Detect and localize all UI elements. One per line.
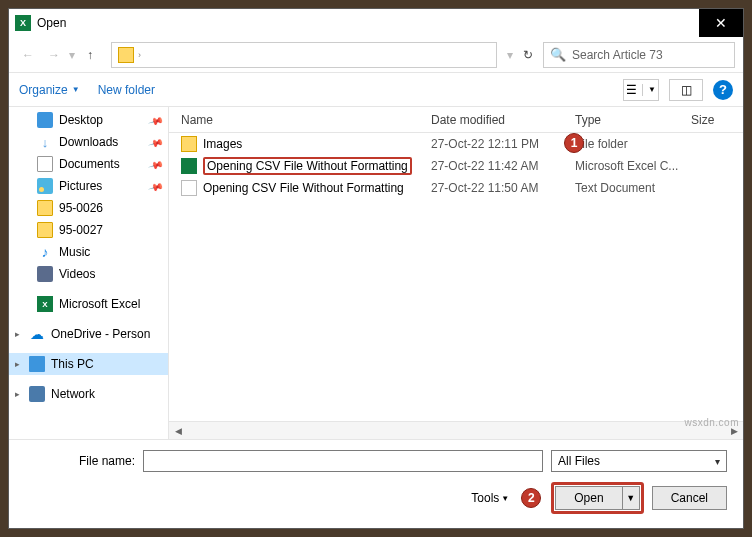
annotation-badge-2: 2 [521, 488, 541, 508]
sidebar-item-pictures[interactable]: Pictures📌 [9, 175, 168, 197]
toolbar: Organize ▼ New folder ☰ ▼ ◫ ? [9, 73, 743, 107]
header-date[interactable]: Date modified [431, 113, 575, 127]
watermark: wsxdn.com [684, 417, 739, 428]
sidebar-item-downloads[interactable]: Downloads📌 [9, 131, 168, 153]
open-dialog: X Open ✕ ← → ▾ ↑ › ▾ ↻ 🔍 Search Article … [8, 8, 744, 529]
cancel-button[interactable]: Cancel [652, 486, 727, 510]
header-name[interactable]: Name [181, 113, 431, 127]
file-row[interactable]: Opening CSV File Without Formatting 27-O… [169, 177, 743, 199]
sidebar-item-this-pc[interactable]: ▸This PC [9, 353, 168, 375]
new-folder-button[interactable]: New folder [98, 83, 155, 97]
organize-button[interactable]: Organize ▼ [19, 83, 80, 97]
header-type[interactable]: Type [575, 113, 691, 127]
title-bar: X Open ✕ [9, 9, 743, 37]
excel-icon [37, 296, 53, 312]
history-dropdown-icon[interactable]: ▾ [69, 48, 75, 62]
pictures-icon [37, 178, 53, 194]
chevron-right-icon: ▸ [15, 389, 20, 399]
filename-label: File name: [25, 454, 135, 468]
documents-icon [37, 156, 53, 172]
dialog-body: Desktop📌 Downloads📌 Documents📌 Pictures📌… [9, 107, 743, 439]
close-button[interactable]: ✕ [699, 9, 743, 37]
annotation-highlight: Open ▼ [551, 482, 643, 514]
folder-icon [118, 47, 134, 63]
nav-bar: ← → ▾ ↑ › ▾ ↻ 🔍 Search Article 73 [9, 37, 743, 73]
folder-icon [37, 200, 53, 216]
address-dropdown-icon[interactable]: ▾ [507, 48, 513, 62]
folder-icon [181, 136, 197, 152]
sidebar-item-documents[interactable]: Documents📌 [9, 153, 168, 175]
dialog-footer: File name: All Files Tools▼ 2 Open ▼ Can… [9, 439, 743, 528]
onedrive-icon [29, 326, 45, 342]
pc-icon [29, 356, 45, 372]
network-icon [29, 386, 45, 402]
sidebar-item-onedrive[interactable]: ▸OneDrive - Person [9, 323, 168, 345]
breadcrumb-chevron-icon: › [138, 50, 141, 60]
search-placeholder: Search Article 73 [572, 48, 663, 62]
folder-icon [37, 222, 53, 238]
header-size[interactable]: Size [691, 113, 741, 127]
chevron-right-icon: ▸ [15, 329, 20, 339]
file-row[interactable]: Opening CSV File Without Formatting 27-O… [169, 155, 743, 177]
address-bar[interactable]: › [111, 42, 497, 68]
excel-icon: X [15, 15, 31, 31]
open-button[interactable]: Open ▼ [555, 486, 639, 510]
file-filter-dropdown[interactable]: All Files [551, 450, 727, 472]
annotation-badge-1: 1 [564, 133, 584, 153]
search-input[interactable]: 🔍 Search Article 73 [543, 42, 735, 68]
column-headers: Name Date modified Type Size [169, 107, 743, 133]
sidebar-item-music[interactable]: Music [9, 241, 168, 263]
sidebar-item-folder-2[interactable]: 95-0027 [9, 219, 168, 241]
desktop-icon [37, 112, 53, 128]
search-icon: 🔍 [550, 47, 566, 62]
preview-pane-button[interactable]: ◫ [669, 79, 703, 101]
sidebar-item-excel[interactable]: Microsoft Excel [9, 293, 168, 315]
dialog-title: Open [37, 16, 699, 30]
sidebar-item-desktop[interactable]: Desktop📌 [9, 109, 168, 131]
horizontal-scrollbar[interactable]: ◀ ▶ [169, 421, 743, 439]
pin-icon: 📌 [148, 178, 164, 194]
chevron-down-icon[interactable]: ▼ [623, 487, 639, 509]
file-list: Name Date modified Type Size 1 Images 27… [169, 107, 743, 439]
pin-icon: 📌 [148, 134, 164, 150]
sidebar-item-network[interactable]: ▸Network [9, 383, 168, 405]
chevron-right-icon: ▸ [15, 359, 20, 369]
pin-icon: 📌 [148, 112, 164, 128]
videos-icon [37, 266, 53, 282]
sidebar-item-videos[interactable]: Videos [9, 263, 168, 285]
chevron-down-icon: ▼ [501, 494, 509, 503]
up-button[interactable]: ↑ [79, 44, 101, 66]
back-button[interactable]: ← [17, 44, 39, 66]
chevron-down-icon: ▼ [648, 85, 656, 94]
downloads-icon [37, 134, 53, 150]
excel-file-icon [181, 158, 197, 174]
nav-sidebar: Desktop📌 Downloads📌 Documents📌 Pictures📌… [9, 107, 169, 439]
music-icon [37, 244, 53, 260]
list-view-icon: ☰ [626, 83, 637, 97]
view-options-button[interactable]: ☰ ▼ [623, 79, 659, 101]
sidebar-item-folder-1[interactable]: 95-0026 [9, 197, 168, 219]
file-row[interactable]: Images 27-Oct-22 12:11 PM File folder [169, 133, 743, 155]
forward-button[interactable]: → [43, 44, 65, 66]
filename-input[interactable] [143, 450, 543, 472]
pin-icon: 📌 [148, 156, 164, 172]
scroll-left-icon[interactable]: ◀ [169, 423, 187, 439]
help-button[interactable]: ? [713, 80, 733, 100]
tools-button[interactable]: Tools▼ [471, 491, 509, 505]
refresh-button[interactable]: ↻ [517, 44, 539, 66]
text-file-icon [181, 180, 197, 196]
chevron-down-icon: ▼ [72, 85, 80, 94]
preview-icon: ◫ [681, 83, 692, 97]
